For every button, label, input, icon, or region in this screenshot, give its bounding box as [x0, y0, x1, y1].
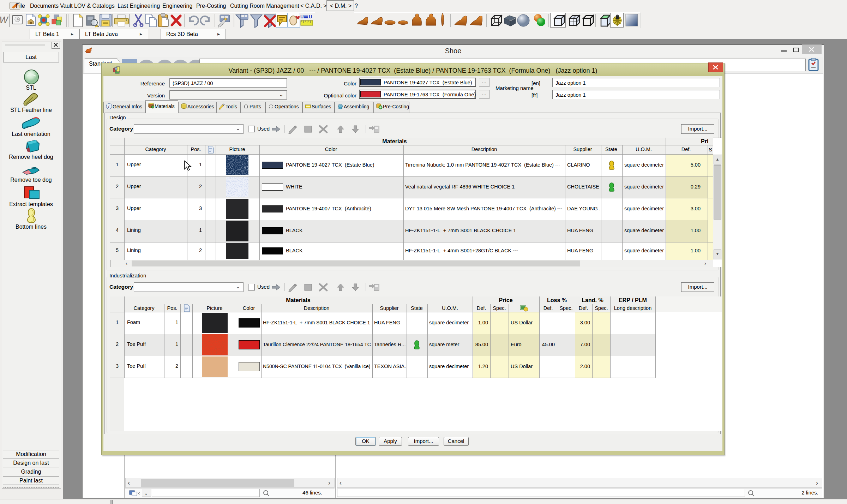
svg-text:U: U	[300, 14, 304, 19]
svg-text:𝑊: 𝑊	[0, 15, 9, 25]
svg-text:U: U	[309, 14, 312, 19]
